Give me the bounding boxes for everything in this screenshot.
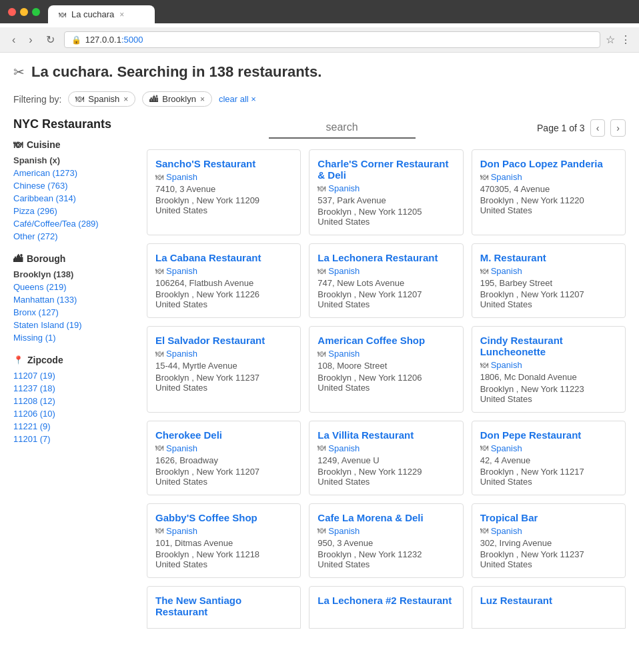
sidebar-item-11201[interactable]: 11201 (7) bbox=[13, 433, 136, 445]
restaurant-cuisine-14: 🍽 Spanish bbox=[480, 526, 617, 536]
tab-close-button[interactable]: × bbox=[119, 10, 124, 19]
restaurant-card-5[interactable]: M. Restaurant 🍽 Spanish 195, Barbey Stre… bbox=[472, 243, 626, 318]
restaurant-city-3: Brooklyn , New York 11226 bbox=[155, 289, 292, 299]
restaurant-country-10: United States bbox=[317, 477, 454, 487]
filter-tag-borough-close[interactable]: × bbox=[200, 95, 205, 104]
browser-tab[interactable]: 🍽 La cuchara × bbox=[48, 5, 155, 23]
fork-icon-7: 🍽 bbox=[317, 349, 326, 359]
restaurant-address-10: 1249, Avenue U bbox=[317, 455, 454, 467]
clear-all-link[interactable]: clear all × bbox=[219, 94, 256, 104]
filter-tag-brooklyn[interactable]: 🏙 Brooklyn × bbox=[142, 91, 212, 107]
address-bar[interactable]: 🔒 127.0.0.1:5000 bbox=[64, 31, 600, 48]
pagination: Page 1 of 3 ‹ › bbox=[537, 119, 626, 137]
sidebar-item-11207[interactable]: 11207 (19) bbox=[13, 369, 136, 382]
sidebar-item-other[interactable]: Other (272) bbox=[13, 230, 136, 243]
filter-bar: Filtering by: 🍽 Spanish × 🏙 Brooklyn × c… bbox=[13, 91, 626, 107]
fork-icon-6: 🍽 bbox=[155, 349, 163, 359]
restaurant-city-0: Brooklyn , New York 11209 bbox=[155, 195, 292, 205]
restaurant-card-4[interactable]: La Lechonera Restaurant 🍽 Spanish 747, N… bbox=[309, 243, 463, 318]
filter-tag-cuisine-close[interactable]: × bbox=[123, 95, 128, 104]
restaurant-card-7[interactable]: American Coffee Shop 🍽 Spanish 108, Moor… bbox=[309, 326, 463, 412]
restaurant-card-1[interactable]: Charle'S Corner Restaurant & Deli 🍽 Span… bbox=[309, 149, 463, 235]
restaurant-card-11[interactable]: Don Pepe Restaurant 🍽 Spanish 42, 4 Aven… bbox=[472, 421, 626, 495]
restaurant-country-2: United States bbox=[480, 205, 617, 215]
sidebar-item-11221[interactable]: 11221 (9) bbox=[13, 420, 136, 433]
tab-title: La cuchara bbox=[71, 9, 114, 19]
sidebar-item-american[interactable]: American (1273) bbox=[13, 167, 136, 179]
sidebar-item-brooklyn-active[interactable]: Brooklyn (138) bbox=[13, 268, 136, 281]
bookmark-icon[interactable]: ☆ bbox=[606, 33, 615, 46]
restaurant-card-8[interactable]: Cindy Restaurant Luncheonette 🍽 Spanish … bbox=[472, 326, 626, 412]
menu-icon[interactable]: ⋮ bbox=[620, 33, 631, 46]
fork-icon-5: 🍽 bbox=[480, 267, 488, 276]
restaurant-address-6: 15-44, Myrtle Avenue bbox=[155, 360, 292, 372]
fork-icon-1: 🍽 bbox=[317, 184, 326, 193]
restaurant-card-0[interactable]: Sancho'S Restaurant 🍽 Spanish 7410, 3 Av… bbox=[147, 149, 301, 235]
sidebar: NYC Restaurants 🍽 Cuisine Spanish (x) Am… bbox=[13, 117, 147, 629]
restaurant-name-15: The New Santiago Restaurant bbox=[155, 595, 292, 617]
sidebar-item-11208[interactable]: 11208 (12) bbox=[13, 395, 136, 407]
sidebar-item-caribbean[interactable]: Caribbean (314) bbox=[13, 192, 136, 205]
restaurant-country-5: United States bbox=[480, 299, 617, 309]
restaurant-name-0: Sancho'S Restaurant bbox=[155, 158, 292, 169]
restaurant-card-17[interactable]: Luz Restaurant bbox=[472, 586, 626, 629]
prev-page-button[interactable]: ‹ bbox=[590, 119, 606, 137]
restaurant-city-5: Brooklyn , New York 11207 bbox=[480, 289, 617, 299]
security-icon: 🔒 bbox=[71, 35, 81, 45]
restaurant-city-4: Brooklyn , New York 11207 bbox=[317, 289, 454, 299]
restaurant-address-1: 537, Park Avenue bbox=[317, 195, 454, 207]
back-button[interactable]: ‹ bbox=[8, 33, 19, 47]
restaurant-card-2[interactable]: Don Paco Lopez Panderia 🍽 Spanish 470305… bbox=[472, 149, 626, 235]
sidebar-item-pizza[interactable]: Pizza (296) bbox=[13, 205, 136, 217]
sidebar-item-staten-island[interactable]: Staten Island (19) bbox=[13, 319, 136, 331]
address-text: 127.0.0.1:5000 bbox=[85, 35, 143, 45]
sidebar-item-queens[interactable]: Queens (219) bbox=[13, 281, 136, 293]
restaurant-name-11: Don Pepe Restaurant bbox=[480, 429, 617, 441]
sidebar-item-cafe[interactable]: Café/Coffee/Tea (289) bbox=[13, 217, 136, 230]
restaurant-country-14: United States bbox=[480, 559, 617, 569]
restaurant-country-0: United States bbox=[155, 205, 292, 215]
restaurant-card-9[interactable]: Cherokee Deli 🍽 Spanish 1626, Broadway B… bbox=[147, 421, 301, 495]
restaurant-cuisine-1: 🍽 Spanish bbox=[317, 183, 454, 193]
minimize-button[interactable] bbox=[20, 8, 28, 16]
restaurant-card-14[interactable]: Tropical Bar 🍽 Spanish 302, Irving Avenu… bbox=[472, 503, 626, 578]
restaurant-name-12: Gabby'S Coffee Shop bbox=[155, 512, 292, 523]
page-title: La cuchara. Searching in 138 restaurants… bbox=[31, 63, 322, 81]
main-header: Page 1 of 3 ‹ › bbox=[147, 117, 626, 139]
fork-icon-0: 🍽 bbox=[155, 173, 163, 182]
forward-button[interactable]: › bbox=[25, 33, 36, 47]
maximize-button[interactable] bbox=[32, 8, 40, 16]
restaurant-cuisine-13: 🍽 Spanish bbox=[317, 526, 454, 536]
filter-tag-borough-icon: 🏙 bbox=[149, 94, 158, 104]
next-page-button[interactable]: › bbox=[610, 119, 626, 137]
restaurant-card-3[interactable]: La Cabana Restaurant 🍽 Spanish 106264, F… bbox=[147, 243, 301, 318]
filter-tag-spanish[interactable]: 🍽 Spanish × bbox=[68, 91, 135, 107]
sidebar-zipcode-section: 📍 Zipcode 11207 (19) 11237 (18) 11208 (1… bbox=[13, 355, 136, 445]
restaurant-card-6[interactable]: El Salvador Restaurant 🍽 Spanish 15-44, … bbox=[147, 326, 301, 412]
filter-label: Filtering by: bbox=[13, 94, 61, 105]
restaurant-name-8: Cindy Restaurant Luncheonette bbox=[480, 335, 617, 357]
sidebar-item-bronx[interactable]: Bronx (127) bbox=[13, 306, 136, 319]
sidebar-item-11237[interactable]: 11237 (18) bbox=[13, 382, 136, 395]
restaurant-cuisine-8: 🍽 Spanish bbox=[480, 360, 617, 370]
restaurant-country-9: United States bbox=[155, 477, 292, 487]
restaurant-card-13[interactable]: Cafe La Morena & Deli 🍽 Spanish 950, 3 A… bbox=[309, 503, 463, 578]
sidebar-item-missing[interactable]: Missing (1) bbox=[13, 331, 136, 344]
restaurant-card-10[interactable]: La Villita Restaurant 🍽 Spanish 1249, Av… bbox=[309, 421, 463, 495]
restaurant-city-13: Brooklyn , New York 11232 bbox=[317, 549, 454, 559]
restaurant-card-12[interactable]: Gabby'S Coffee Shop 🍽 Spanish 101, Ditma… bbox=[147, 503, 301, 578]
restaurant-country-4: United States bbox=[317, 299, 454, 309]
restaurant-cuisine-12: 🍽 Spanish bbox=[155, 526, 292, 536]
search-input[interactable] bbox=[269, 117, 416, 139]
restaurant-card-15[interactable]: The New Santiago Restaurant bbox=[147, 586, 301, 629]
sidebar-item-chinese[interactable]: Chinese (763) bbox=[13, 179, 136, 192]
reload-button[interactable]: ↻ bbox=[42, 32, 59, 47]
restaurant-cuisine-5: 🍽 Spanish bbox=[480, 266, 617, 276]
restaurant-card-16[interactable]: La Lechonera #2 Restaurant bbox=[309, 586, 463, 629]
restaurant-address-8: 1806, Mc Donald Avenue bbox=[480, 371, 617, 383]
close-button[interactable] bbox=[8, 8, 16, 16]
sidebar-item-spanish-active[interactable]: Spanish (x) bbox=[13, 154, 136, 167]
sidebar-item-11206[interactable]: 11206 (10) bbox=[13, 407, 136, 420]
sidebar-item-manhattan[interactable]: Manhattan (133) bbox=[13, 293, 136, 306]
restaurant-address-5: 195, Barbey Street bbox=[480, 277, 617, 289]
